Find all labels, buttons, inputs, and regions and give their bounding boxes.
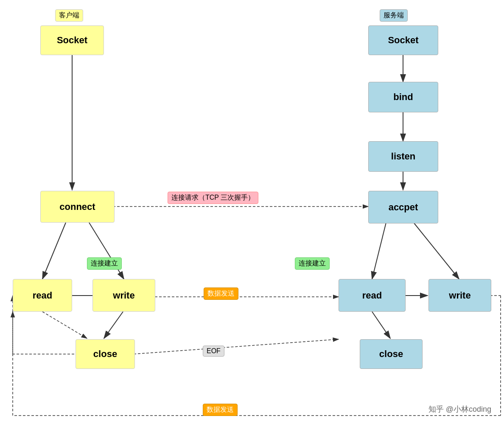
diagram: 客户端 服务端 Socket connect read write close … (0, 0, 504, 427)
svg-line-14 (104, 312, 123, 338)
svg-line-17 (42, 312, 87, 338)
server-bind-box: bind (368, 82, 438, 112)
svg-line-9 (372, 223, 386, 279)
eof-label: EOF (203, 346, 224, 357)
svg-line-19 (372, 312, 390, 338)
client-title-label: 客户端 (55, 9, 83, 22)
server-title-label: 服务端 (380, 9, 408, 22)
client-connect-box: connect (40, 191, 115, 223)
svg-line-18 (134, 339, 339, 354)
server-listen-box: listen (368, 141, 438, 172)
server-socket-box: Socket (368, 25, 438, 55)
svg-line-7 (42, 223, 66, 279)
svg-line-8 (89, 223, 124, 279)
data-send-middle-label: 数据发送 (204, 287, 238, 300)
tcp-handshake-label: 连接请求（TCP 三次握手） (168, 192, 258, 204)
conn-established-client-label: 连接建立 (87, 257, 122, 270)
client-socket-box: Socket (40, 25, 104, 55)
server-close-box: close (360, 339, 423, 369)
conn-established-server-label: 连接建立 (295, 257, 330, 270)
server-accept-box: accpet (368, 191, 438, 223)
client-close-box: close (76, 339, 135, 369)
watermark: 知乎 @小林coding (428, 404, 491, 414)
client-write-box: write (92, 279, 155, 312)
server-read-box: read (339, 279, 406, 312)
client-read-box: read (13, 279, 72, 312)
server-write-box: write (428, 279, 491, 312)
data-send-bottom-label: 数据发送 (203, 404, 238, 416)
svg-line-10 (414, 223, 459, 279)
